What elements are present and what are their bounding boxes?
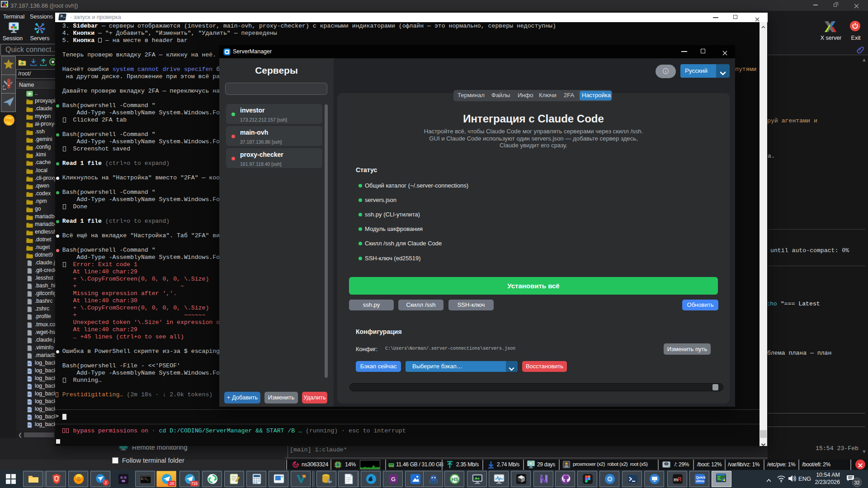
svg-text:HS: HS: [452, 477, 458, 482]
svg-text:utmo: utmo: [696, 479, 705, 483]
svg-text:C:\_: C:\_: [141, 477, 149, 481]
svg-text:G: G: [391, 476, 396, 483]
svg-text:R: R: [678, 476, 682, 483]
